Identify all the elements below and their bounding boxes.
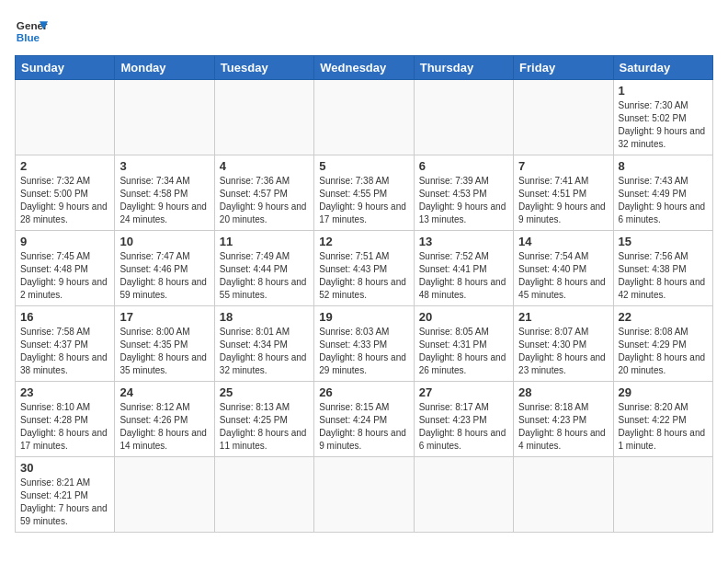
day-cell: 20Sunrise: 8:05 AM Sunset: 4:31 PM Dayli… [414, 306, 513, 382]
day-number: 1 [619, 84, 708, 98]
week-row-5: 23Sunrise: 8:10 AM Sunset: 4:28 PM Dayli… [16, 382, 713, 457]
day-number: 13 [419, 235, 508, 248]
day-cell: 13Sunrise: 7:52 AM Sunset: 4:41 PM Dayli… [414, 231, 513, 306]
day-info: Sunrise: 7:39 AM Sunset: 4:53 PM Dayligh… [419, 175, 508, 226]
day-number: 26 [319, 385, 408, 399]
day-info: Sunrise: 8:08 AM Sunset: 4:29 PM Dayligh… [619, 326, 708, 377]
day-cell: 27Sunrise: 8:17 AM Sunset: 4:23 PM Dayli… [414, 382, 513, 457]
day-cell: 26Sunrise: 8:15 AM Sunset: 4:24 PM Dayli… [314, 382, 414, 457]
day-cell: 11Sunrise: 7:49 AM Sunset: 4:44 PM Dayli… [214, 231, 313, 306]
week-row-2: 2Sunrise: 7:32 AM Sunset: 5:00 PM Daylig… [16, 155, 713, 231]
col-header-tuesday: Tuesday [214, 56, 313, 80]
day-number: 17 [119, 310, 209, 324]
day-cell: 9Sunrise: 7:45 AM Sunset: 4:48 PM Daylig… [16, 231, 115, 306]
day-number: 2 [20, 159, 109, 173]
day-info: Sunrise: 7:51 AM Sunset: 4:43 PM Dayligh… [319, 250, 408, 302]
day-number: 29 [619, 385, 708, 399]
day-cell: 22Sunrise: 8:08 AM Sunset: 4:29 PM Dayli… [613, 306, 712, 382]
day-number: 15 [619, 235, 708, 248]
day-cell: 30Sunrise: 8:21 AM Sunset: 4:21 PM Dayli… [16, 457, 115, 533]
col-header-sunday: Sunday [16, 56, 115, 80]
day-cell: 5Sunrise: 7:38 AM Sunset: 4:55 PM Daylig… [314, 155, 414, 231]
day-cell [214, 80, 313, 155]
day-info: Sunrise: 7:52 AM Sunset: 4:41 PM Dayligh… [419, 250, 508, 302]
day-number: 20 [419, 310, 508, 324]
day-info: Sunrise: 7:34 AM Sunset: 4:58 PM Dayligh… [119, 175, 209, 226]
day-cell: 8Sunrise: 7:43 AM Sunset: 4:49 PM Daylig… [613, 155, 712, 231]
day-number: 9 [20, 235, 109, 248]
day-info: Sunrise: 7:45 AM Sunset: 4:48 PM Dayligh… [20, 250, 109, 302]
day-number: 28 [518, 385, 608, 399]
day-info: Sunrise: 8:18 AM Sunset: 4:23 PM Dayligh… [518, 401, 608, 453]
day-info: Sunrise: 8:05 AM Sunset: 4:31 PM Dayligh… [419, 326, 508, 377]
week-row-3: 9Sunrise: 7:45 AM Sunset: 4:48 PM Daylig… [16, 231, 713, 306]
generalblue-logo-icon: General Blue [15, 15, 48, 48]
day-cell: 6Sunrise: 7:39 AM Sunset: 4:53 PM Daylig… [414, 155, 513, 231]
day-info: Sunrise: 8:01 AM Sunset: 4:34 PM Dayligh… [220, 326, 309, 377]
day-number: 22 [619, 310, 708, 324]
calendar-table: SundayMondayTuesdayWednesdayThursdayFrid… [15, 55, 713, 533]
col-header-thursday: Thursday [414, 56, 513, 80]
col-header-monday: Monday [115, 56, 214, 80]
day-number: 21 [518, 310, 608, 324]
day-cell [613, 457, 712, 533]
day-cell: 25Sunrise: 8:13 AM Sunset: 4:25 PM Dayli… [214, 382, 313, 457]
day-number: 14 [518, 235, 608, 248]
day-cell: 29Sunrise: 8:20 AM Sunset: 4:22 PM Dayli… [613, 382, 712, 457]
day-cell: 14Sunrise: 7:54 AM Sunset: 4:40 PM Dayli… [514, 231, 613, 306]
day-info: Sunrise: 7:43 AM Sunset: 4:49 PM Dayligh… [619, 175, 708, 226]
day-info: Sunrise: 7:36 AM Sunset: 4:57 PM Dayligh… [220, 175, 309, 226]
day-info: Sunrise: 8:07 AM Sunset: 4:30 PM Dayligh… [518, 326, 608, 377]
day-number: 24 [119, 385, 209, 399]
day-cell: 4Sunrise: 7:36 AM Sunset: 4:57 PM Daylig… [214, 155, 313, 231]
day-cell: 17Sunrise: 8:00 AM Sunset: 4:35 PM Dayli… [115, 306, 214, 382]
day-cell: 15Sunrise: 7:56 AM Sunset: 4:38 PM Dayli… [613, 231, 712, 306]
day-cell [514, 80, 613, 155]
day-info: Sunrise: 7:32 AM Sunset: 5:00 PM Dayligh… [20, 175, 109, 226]
logo: General Blue [15, 15, 48, 48]
day-number: 3 [119, 159, 209, 173]
day-cell: 28Sunrise: 8:18 AM Sunset: 4:23 PM Dayli… [514, 382, 613, 457]
day-cell [214, 457, 313, 533]
day-number: 6 [419, 159, 508, 173]
day-number: 25 [220, 385, 309, 399]
day-cell [414, 80, 513, 155]
day-cell: 23Sunrise: 8:10 AM Sunset: 4:28 PM Dayli… [16, 382, 115, 457]
day-cell: 1Sunrise: 7:30 AM Sunset: 5:02 PM Daylig… [613, 80, 712, 155]
day-info: Sunrise: 7:56 AM Sunset: 4:38 PM Dayligh… [619, 250, 708, 302]
day-number: 16 [20, 310, 109, 324]
col-header-friday: Friday [514, 56, 613, 80]
day-cell: 2Sunrise: 7:32 AM Sunset: 5:00 PM Daylig… [16, 155, 115, 231]
day-cell: 7Sunrise: 7:41 AM Sunset: 4:51 PM Daylig… [514, 155, 613, 231]
day-info: Sunrise: 7:58 AM Sunset: 4:37 PM Dayligh… [20, 326, 109, 377]
day-number: 23 [20, 385, 109, 399]
svg-text:Blue: Blue [17, 31, 40, 43]
col-header-wednesday: Wednesday [314, 56, 414, 80]
day-number: 11 [220, 235, 309, 248]
day-number: 10 [119, 235, 209, 248]
day-number: 30 [20, 461, 109, 475]
week-row-4: 16Sunrise: 7:58 AM Sunset: 4:37 PM Dayli… [16, 306, 713, 382]
day-info: Sunrise: 8:15 AM Sunset: 4:24 PM Dayligh… [319, 401, 408, 453]
day-number: 12 [319, 235, 408, 248]
day-info: Sunrise: 7:38 AM Sunset: 4:55 PM Dayligh… [319, 175, 408, 226]
day-cell: 12Sunrise: 7:51 AM Sunset: 4:43 PM Dayli… [314, 231, 414, 306]
day-cell: 16Sunrise: 7:58 AM Sunset: 4:37 PM Dayli… [16, 306, 115, 382]
day-cell [314, 457, 414, 533]
day-info: Sunrise: 8:03 AM Sunset: 4:33 PM Dayligh… [319, 326, 408, 377]
day-info: Sunrise: 8:17 AM Sunset: 4:23 PM Dayligh… [419, 401, 508, 453]
day-cell [414, 457, 513, 533]
day-info: Sunrise: 7:49 AM Sunset: 4:44 PM Dayligh… [220, 250, 309, 302]
day-cell [115, 457, 214, 533]
day-cell: 19Sunrise: 8:03 AM Sunset: 4:33 PM Dayli… [314, 306, 414, 382]
day-number: 5 [319, 159, 408, 173]
col-header-saturday: Saturday [613, 56, 712, 80]
day-cell [115, 80, 214, 155]
week-row-6: 30Sunrise: 8:21 AM Sunset: 4:21 PM Dayli… [16, 457, 713, 533]
day-cell [514, 457, 613, 533]
day-info: Sunrise: 8:10 AM Sunset: 4:28 PM Dayligh… [20, 401, 109, 453]
day-number: 27 [419, 385, 508, 399]
day-cell: 21Sunrise: 8:07 AM Sunset: 4:30 PM Dayli… [514, 306, 613, 382]
day-cell [314, 80, 414, 155]
day-info: Sunrise: 7:47 AM Sunset: 4:46 PM Dayligh… [119, 250, 209, 302]
